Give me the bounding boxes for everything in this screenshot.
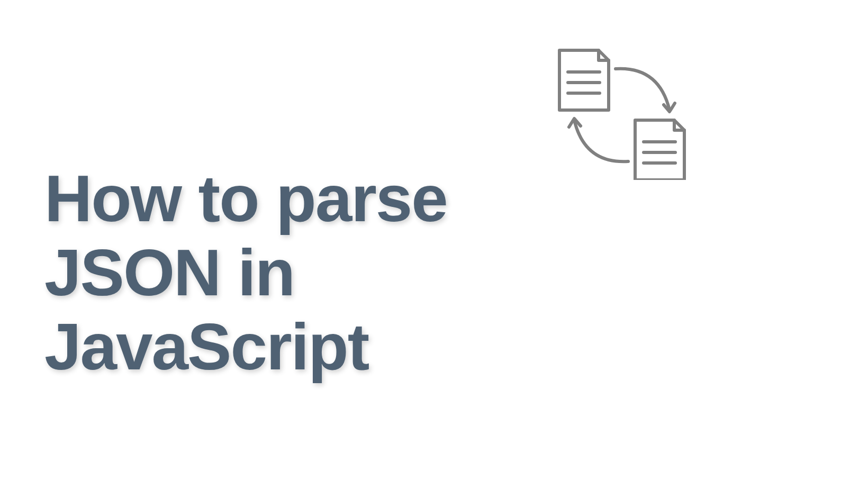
title-line-1: How to parse [44,161,447,235]
file-exchange-icon [553,42,691,180]
title-line-2: JSON in [44,236,294,309]
page-title: How to parse JSON in JavaScript [44,161,447,384]
title-line-3: JavaScript [44,310,368,383]
